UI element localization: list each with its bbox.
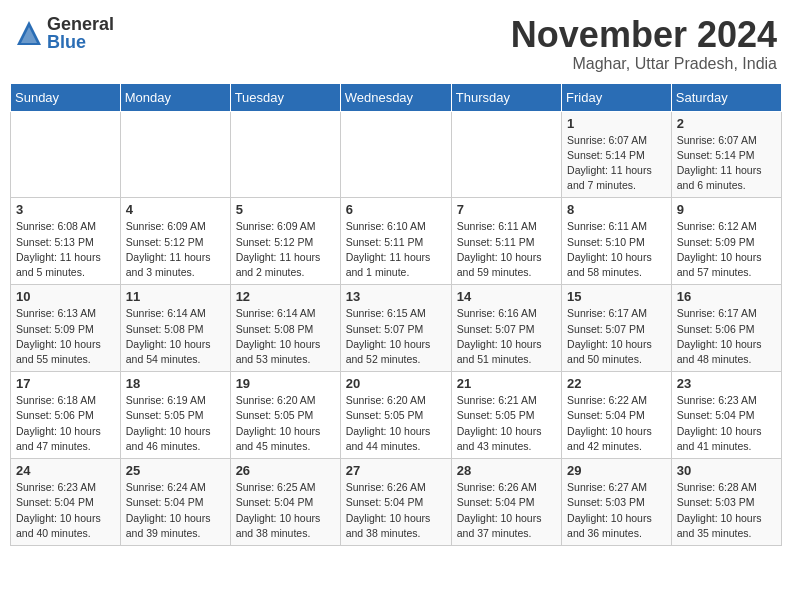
day-info-text: Sunrise: 6:09 AM Sunset: 5:12 PM Dayligh… xyxy=(236,219,335,280)
calendar-day-cell: 21Sunrise: 6:21 AM Sunset: 5:05 PM Dayli… xyxy=(451,372,561,459)
calendar-day-cell: 28Sunrise: 6:26 AM Sunset: 5:04 PM Dayli… xyxy=(451,459,561,546)
day-number: 16 xyxy=(677,289,776,304)
weekday-header-tuesday: Tuesday xyxy=(230,83,340,111)
day-info-text: Sunrise: 6:24 AM Sunset: 5:04 PM Dayligh… xyxy=(126,480,225,541)
calendar-empty-cell xyxy=(451,111,561,198)
day-number: 23 xyxy=(677,376,776,391)
calendar-day-cell: 6Sunrise: 6:10 AM Sunset: 5:11 PM Daylig… xyxy=(340,198,451,285)
day-info-text: Sunrise: 6:07 AM Sunset: 5:14 PM Dayligh… xyxy=(677,133,776,194)
day-info-text: Sunrise: 6:11 AM Sunset: 5:10 PM Dayligh… xyxy=(567,219,666,280)
calendar-day-cell: 8Sunrise: 6:11 AM Sunset: 5:10 PM Daylig… xyxy=(562,198,672,285)
calendar-day-cell: 5Sunrise: 6:09 AM Sunset: 5:12 PM Daylig… xyxy=(230,198,340,285)
day-info-text: Sunrise: 6:23 AM Sunset: 5:04 PM Dayligh… xyxy=(16,480,115,541)
calendar-table: SundayMondayTuesdayWednesdayThursdayFrid… xyxy=(10,83,782,546)
day-info-text: Sunrise: 6:14 AM Sunset: 5:08 PM Dayligh… xyxy=(126,306,225,367)
calendar-day-cell: 1Sunrise: 6:07 AM Sunset: 5:14 PM Daylig… xyxy=(562,111,672,198)
day-number: 20 xyxy=(346,376,446,391)
calendar-day-cell: 12Sunrise: 6:14 AM Sunset: 5:08 PM Dayli… xyxy=(230,285,340,372)
calendar-day-cell: 20Sunrise: 6:20 AM Sunset: 5:05 PM Dayli… xyxy=(340,372,451,459)
calendar-day-cell: 2Sunrise: 6:07 AM Sunset: 5:14 PM Daylig… xyxy=(671,111,781,198)
location-text: Maghar, Uttar Pradesh, India xyxy=(511,55,777,73)
calendar-day-cell: 10Sunrise: 6:13 AM Sunset: 5:09 PM Dayli… xyxy=(11,285,121,372)
calendar-day-cell: 11Sunrise: 6:14 AM Sunset: 5:08 PM Dayli… xyxy=(120,285,230,372)
day-info-text: Sunrise: 6:14 AM Sunset: 5:08 PM Dayligh… xyxy=(236,306,335,367)
day-number: 10 xyxy=(16,289,115,304)
calendar-day-cell: 16Sunrise: 6:17 AM Sunset: 5:06 PM Dayli… xyxy=(671,285,781,372)
day-info-text: Sunrise: 6:11 AM Sunset: 5:11 PM Dayligh… xyxy=(457,219,556,280)
weekday-header-friday: Friday xyxy=(562,83,672,111)
day-number: 19 xyxy=(236,376,335,391)
day-info-text: Sunrise: 6:28 AM Sunset: 5:03 PM Dayligh… xyxy=(677,480,776,541)
calendar-day-cell: 13Sunrise: 6:15 AM Sunset: 5:07 PM Dayli… xyxy=(340,285,451,372)
day-info-text: Sunrise: 6:27 AM Sunset: 5:03 PM Dayligh… xyxy=(567,480,666,541)
day-info-text: Sunrise: 6:21 AM Sunset: 5:05 PM Dayligh… xyxy=(457,393,556,454)
calendar-day-cell: 25Sunrise: 6:24 AM Sunset: 5:04 PM Dayli… xyxy=(120,459,230,546)
day-number: 24 xyxy=(16,463,115,478)
calendar-day-cell: 24Sunrise: 6:23 AM Sunset: 5:04 PM Dayli… xyxy=(11,459,121,546)
calendar-empty-cell xyxy=(230,111,340,198)
calendar-week-row: 1Sunrise: 6:07 AM Sunset: 5:14 PM Daylig… xyxy=(11,111,782,198)
day-number: 30 xyxy=(677,463,776,478)
day-number: 6 xyxy=(346,202,446,217)
calendar-day-cell: 27Sunrise: 6:26 AM Sunset: 5:04 PM Dayli… xyxy=(340,459,451,546)
calendar-week-row: 3Sunrise: 6:08 AM Sunset: 5:13 PM Daylig… xyxy=(11,198,782,285)
calendar-empty-cell xyxy=(340,111,451,198)
day-number: 26 xyxy=(236,463,335,478)
calendar-day-cell: 7Sunrise: 6:11 AM Sunset: 5:11 PM Daylig… xyxy=(451,198,561,285)
logo-blue-text: Blue xyxy=(47,33,114,51)
day-number: 17 xyxy=(16,376,115,391)
day-number: 13 xyxy=(346,289,446,304)
logo-general-text: General xyxy=(47,15,114,33)
day-info-text: Sunrise: 6:23 AM Sunset: 5:04 PM Dayligh… xyxy=(677,393,776,454)
calendar-empty-cell xyxy=(11,111,121,198)
weekday-header-monday: Monday xyxy=(120,83,230,111)
day-info-text: Sunrise: 6:20 AM Sunset: 5:05 PM Dayligh… xyxy=(236,393,335,454)
day-number: 8 xyxy=(567,202,666,217)
day-number: 2 xyxy=(677,116,776,131)
calendar-day-cell: 23Sunrise: 6:23 AM Sunset: 5:04 PM Dayli… xyxy=(671,372,781,459)
day-info-text: Sunrise: 6:17 AM Sunset: 5:07 PM Dayligh… xyxy=(567,306,666,367)
day-number: 22 xyxy=(567,376,666,391)
page-header: General Blue November 2024 Maghar, Uttar… xyxy=(10,10,782,73)
day-number: 5 xyxy=(236,202,335,217)
day-info-text: Sunrise: 6:16 AM Sunset: 5:07 PM Dayligh… xyxy=(457,306,556,367)
calendar-day-cell: 4Sunrise: 6:09 AM Sunset: 5:12 PM Daylig… xyxy=(120,198,230,285)
day-info-text: Sunrise: 6:25 AM Sunset: 5:04 PM Dayligh… xyxy=(236,480,335,541)
day-number: 27 xyxy=(346,463,446,478)
logo-text: General Blue xyxy=(47,15,114,51)
weekday-header-thursday: Thursday xyxy=(451,83,561,111)
calendar-day-cell: 17Sunrise: 6:18 AM Sunset: 5:06 PM Dayli… xyxy=(11,372,121,459)
calendar-day-cell: 3Sunrise: 6:08 AM Sunset: 5:13 PM Daylig… xyxy=(11,198,121,285)
day-info-text: Sunrise: 6:18 AM Sunset: 5:06 PM Dayligh… xyxy=(16,393,115,454)
day-info-text: Sunrise: 6:12 AM Sunset: 5:09 PM Dayligh… xyxy=(677,219,776,280)
day-info-text: Sunrise: 6:26 AM Sunset: 5:04 PM Dayligh… xyxy=(457,480,556,541)
calendar-week-row: 17Sunrise: 6:18 AM Sunset: 5:06 PM Dayli… xyxy=(11,372,782,459)
day-info-text: Sunrise: 6:26 AM Sunset: 5:04 PM Dayligh… xyxy=(346,480,446,541)
day-number: 11 xyxy=(126,289,225,304)
day-info-text: Sunrise: 6:22 AM Sunset: 5:04 PM Dayligh… xyxy=(567,393,666,454)
weekday-header-sunday: Sunday xyxy=(11,83,121,111)
calendar-empty-cell xyxy=(120,111,230,198)
day-info-text: Sunrise: 6:10 AM Sunset: 5:11 PM Dayligh… xyxy=(346,219,446,280)
day-number: 25 xyxy=(126,463,225,478)
day-number: 9 xyxy=(677,202,776,217)
month-title: November 2024 xyxy=(511,15,777,55)
day-number: 15 xyxy=(567,289,666,304)
day-info-text: Sunrise: 6:07 AM Sunset: 5:14 PM Dayligh… xyxy=(567,133,666,194)
day-number: 28 xyxy=(457,463,556,478)
calendar-day-cell: 26Sunrise: 6:25 AM Sunset: 5:04 PM Dayli… xyxy=(230,459,340,546)
day-number: 3 xyxy=(16,202,115,217)
calendar-day-cell: 15Sunrise: 6:17 AM Sunset: 5:07 PM Dayli… xyxy=(562,285,672,372)
day-number: 21 xyxy=(457,376,556,391)
calendar-day-cell: 30Sunrise: 6:28 AM Sunset: 5:03 PM Dayli… xyxy=(671,459,781,546)
day-number: 12 xyxy=(236,289,335,304)
day-number: 1 xyxy=(567,116,666,131)
calendar-day-cell: 22Sunrise: 6:22 AM Sunset: 5:04 PM Dayli… xyxy=(562,372,672,459)
day-number: 18 xyxy=(126,376,225,391)
day-number: 4 xyxy=(126,202,225,217)
day-number: 14 xyxy=(457,289,556,304)
calendar-week-row: 10Sunrise: 6:13 AM Sunset: 5:09 PM Dayli… xyxy=(11,285,782,372)
calendar-day-cell: 29Sunrise: 6:27 AM Sunset: 5:03 PM Dayli… xyxy=(562,459,672,546)
calendar-day-cell: 14Sunrise: 6:16 AM Sunset: 5:07 PM Dayli… xyxy=(451,285,561,372)
logo-icon xyxy=(15,19,43,47)
